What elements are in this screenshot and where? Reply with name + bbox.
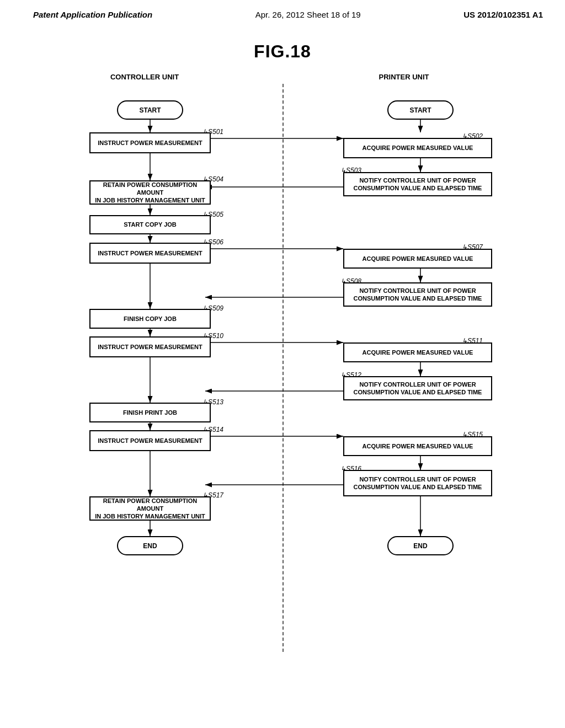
start-right: START [387, 100, 454, 120]
header-right: US 2012/0102351 A1 [463, 10, 543, 19]
flowchart: CONTROLLER UNIT PRINTER UNIT [34, 73, 531, 652]
box-s501: INSTRUCT POWER MEASUREMENT [89, 132, 211, 153]
box-s510: INSTRUCT POWER MEASUREMENT [89, 336, 211, 357]
box-s512: NOTIFY CONTROLLER UNIT OF POWERCONSUMPTI… [343, 376, 492, 400]
header-center: Apr. 26, 2012 Sheet 18 of 19 [255, 10, 361, 19]
start-left: START [117, 100, 183, 120]
header-left: Patent Application Publication [33, 10, 152, 19]
box-s507: ACQUIRE POWER MEASURED VALUE [343, 249, 492, 269]
box-s509: FINISH COPY JOB [89, 309, 211, 329]
col-label-right: PRINTER UNIT [349, 73, 459, 81]
end-left: END [117, 536, 183, 555]
page-header: Patent Application Publication Apr. 26, … [0, 0, 565, 25]
box-s517: RETAIN POWER CONSUMPTION AMOUNTIN JOB HI… [89, 496, 211, 521]
figure-title: FIG.18 [0, 41, 565, 62]
box-s505: START COPY JOB [89, 215, 211, 234]
box-s502: ACQUIRE POWER MEASURED VALUE [343, 138, 492, 158]
box-s516: NOTIFY CONTROLLER UNIT OF POWERCONSUMPTI… [343, 470, 492, 496]
box-s503: NOTIFY CONTROLLER UNIT OF POWERCONSUMPTI… [343, 172, 492, 196]
box-s504: RETAIN POWER CONSUMPTION AMOUNTIN JOB HI… [89, 180, 211, 205]
box-s508: NOTIFY CONTROLLER UNIT OF POWERCONSUMPTI… [343, 282, 492, 307]
box-s514: INSTRUCT POWER MEASUREMENT [89, 430, 211, 451]
box-s506: INSTRUCT POWER MEASUREMENT [89, 243, 211, 264]
col-label-left: CONTROLLER UNIT [89, 73, 200, 81]
box-s515: ACQUIRE POWER MEASURED VALUE [343, 436, 492, 456]
end-right: END [387, 536, 454, 555]
box-s511: ACQUIRE POWER MEASURED VALUE [343, 342, 492, 362]
box-s513: FINISH PRINT JOB [89, 403, 211, 422]
column-divider [282, 84, 284, 652]
